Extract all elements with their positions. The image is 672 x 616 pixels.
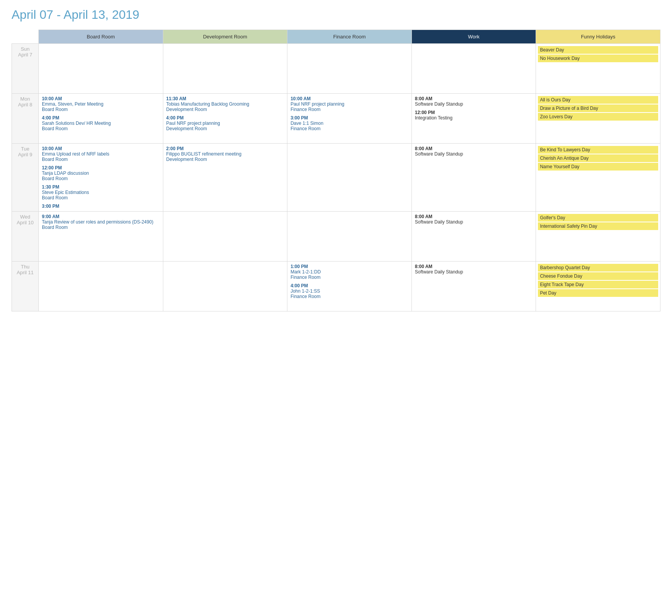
work-event-block[interactable]: 8:00 AMSoftware Daily Standup xyxy=(415,264,533,275)
funny-holiday-item[interactable]: All is Ours Day xyxy=(538,96,658,104)
event-block[interactable]: 4:00 PMPaul NRF project planningDevelopm… xyxy=(166,115,284,131)
event-block[interactable]: 9:00 AMTanja Review of user roles and pe… xyxy=(42,214,160,230)
event-block[interactable]: 1:00 PMMark 1-2-1:DDFinance Room xyxy=(290,264,408,280)
event-location: Finance Room xyxy=(290,294,408,299)
funny-holidays-cell: Barbershop Quartet DayCheese Fondue DayE… xyxy=(536,262,660,311)
event-block[interactable]: 1:30 PMSteve Epic EstimationsBoard Room xyxy=(42,184,160,200)
work-cell: 8:00 AMSoftware Daily Standup xyxy=(411,262,536,311)
day-label: TueApril 9 xyxy=(12,144,39,212)
table-row: SunApril 7Beaver DayNo Housework Day xyxy=(12,44,660,94)
day-name: Wed xyxy=(20,214,30,220)
dev-room-cell: 2:00 PMFilippo BUGLIST refinement meetin… xyxy=(163,144,287,212)
work-event-title: Software Daily Standup xyxy=(415,219,533,225)
work-event-title: Integration Testing xyxy=(415,115,533,121)
event-title: Paul NRF project planning xyxy=(166,121,284,126)
day-name: Sun xyxy=(21,46,30,52)
event-block[interactable]: 3:00 PM xyxy=(42,204,160,209)
funny-holiday-item[interactable]: Cherish An Antique Day xyxy=(538,154,658,162)
work-event-time: 12:00 PM xyxy=(415,110,533,115)
finance-room-cell: 10:00 AMPaul NRF project planningFinance… xyxy=(287,94,412,144)
event-location: Finance Room xyxy=(290,107,408,112)
work-event-title: Software Daily Standup xyxy=(415,269,533,275)
event-block[interactable]: 2:00 PMFilippo BUGLIST refinement meetin… xyxy=(166,146,284,162)
event-title: Tanja Review of user roles and permissio… xyxy=(42,219,160,225)
event-block[interactable]: 10:00 AMEmma Upload rest of NRF labelsBo… xyxy=(42,146,160,162)
funny-holiday-item[interactable]: Zoo Lovers Day xyxy=(538,113,658,121)
day-name: Tue xyxy=(21,146,30,152)
finance-room-cell xyxy=(287,144,412,212)
work-cell: 8:00 AMSoftware Daily Standup12:00 PMInt… xyxy=(411,94,536,144)
page-title: April 07 - April 13, 2019 xyxy=(12,8,660,22)
work-event-block[interactable]: 8:00 AMSoftware Daily Standup xyxy=(415,96,533,107)
event-block[interactable]: 4:00 PMJohn 1-2-1:SSFinance Room xyxy=(290,283,408,299)
day-date: April 9 xyxy=(18,152,32,157)
funny-holiday-item[interactable]: Draw a Picture of a Bird Day xyxy=(538,104,658,112)
work-cell: 8:00 AMSoftware Daily Standup xyxy=(411,144,536,212)
dev-room-cell xyxy=(163,44,287,94)
funny-holiday-item[interactable]: Cheese Fondue Day xyxy=(538,272,658,280)
day-date: April 11 xyxy=(17,270,33,275)
event-title: Steve Epic Estimations xyxy=(42,190,160,195)
header-dev-room: Development Room xyxy=(163,30,287,44)
finance-room-cell xyxy=(287,212,412,262)
header-day-col xyxy=(12,30,39,44)
table-row: MonApril 810:00 AMEmma, Steven, Peter Me… xyxy=(12,94,660,144)
funny-holiday-item[interactable]: Golfer's Day xyxy=(538,214,658,222)
event-title: Paul NRF project planning xyxy=(290,101,408,107)
table-row: ThuApril 111:00 PMMark 1-2-1:DDFinance R… xyxy=(12,262,660,311)
event-title: John 1-2-1:SS xyxy=(290,288,408,294)
work-event-time: 8:00 AM xyxy=(415,264,533,269)
work-event-time: 8:00 AM xyxy=(415,146,533,151)
event-location: Development Room xyxy=(166,107,284,112)
event-time: 3:00 PM xyxy=(42,204,160,209)
funny-holiday-item[interactable]: Name Yourself Day xyxy=(538,163,658,171)
event-location: Development Room xyxy=(166,157,284,162)
event-location: Board Room xyxy=(42,225,160,230)
funny-holidays-cell: Golfer's DayInternational Safety Pin Day xyxy=(536,212,660,262)
work-event-time: 8:00 AM xyxy=(415,96,533,101)
funny-holiday-item[interactable]: No Housework Day xyxy=(538,55,658,62)
header-board-room: Board Room xyxy=(39,30,163,44)
dev-room-cell: 11:30 AMTobias Manufacturing Backlog Gro… xyxy=(163,94,287,144)
event-location: Finance Room xyxy=(290,275,408,280)
day-label: SunApril 7 xyxy=(12,44,39,94)
funny-holidays-cell: All is Ours DayDraw a Picture of a Bird … xyxy=(536,94,660,144)
event-block[interactable]: 12:00 PMTanja LDAP discussionBoard Room xyxy=(42,165,160,181)
event-block[interactable]: 3:00 PMDave 1:1 SimonFinance Room xyxy=(290,115,408,131)
event-block[interactable]: 10:00 AMPaul NRF project planningFinance… xyxy=(290,96,408,112)
table-row: WedApril 109:00 AMTanja Review of user r… xyxy=(12,212,660,262)
funny-holiday-item[interactable]: Barbershop Quartet Day xyxy=(538,264,658,272)
event-block[interactable]: 10:00 AMEmma, Steven, Peter MeetingBoard… xyxy=(42,96,160,112)
event-time: 10:00 AM xyxy=(42,96,160,101)
funny-holiday-item[interactable]: Eight Track Tape Day xyxy=(538,281,658,288)
board-room-cell xyxy=(39,262,163,311)
funny-holiday-item[interactable]: Beaver Day xyxy=(538,46,658,54)
day-date: April 8 xyxy=(18,102,32,108)
event-title: Tanja LDAP discussion xyxy=(42,171,160,176)
funny-holiday-item[interactable]: Be Kind To Lawyers Day xyxy=(538,146,658,154)
event-time: 2:00 PM xyxy=(166,146,284,151)
work-event-title: Software Daily Standup xyxy=(415,151,533,157)
work-event-block[interactable]: 12:00 PMIntegration Testing xyxy=(415,110,533,121)
funny-holiday-item[interactable]: International Safety Pin Day xyxy=(538,222,658,230)
board-room-cell: 9:00 AMTanja Review of user roles and pe… xyxy=(39,212,163,262)
event-title: Dave 1:1 Simon xyxy=(290,121,408,126)
day-name: Thu xyxy=(21,264,29,270)
work-event-block[interactable]: 8:00 AMSoftware Daily Standup xyxy=(415,214,533,225)
board-room-cell: 10:00 AMEmma Upload rest of NRF labelsBo… xyxy=(39,144,163,212)
event-location: Board Room xyxy=(42,107,160,112)
dev-room-cell xyxy=(163,262,287,311)
day-date: April 7 xyxy=(18,52,32,58)
event-time: 9:00 AM xyxy=(42,214,160,219)
day-date: April 10 xyxy=(17,220,33,225)
event-block[interactable]: 4:00 PMSarah Solutions Dev/ HR MeetingBo… xyxy=(42,115,160,131)
event-title: Sarah Solutions Dev/ HR Meeting xyxy=(42,121,160,126)
event-time: 11:30 AM xyxy=(166,96,284,101)
funny-holiday-item[interactable]: Pet Day xyxy=(538,289,658,297)
work-event-block[interactable]: 8:00 AMSoftware Daily Standup xyxy=(415,146,533,157)
event-title: Tobias Manufacturing Backlog Grooming xyxy=(166,101,284,107)
event-time: 4:00 PM xyxy=(166,115,284,121)
event-location: Board Room xyxy=(42,176,160,181)
event-time: 3:00 PM xyxy=(290,115,408,121)
event-block[interactable]: 11:30 AMTobias Manufacturing Backlog Gro… xyxy=(166,96,284,112)
